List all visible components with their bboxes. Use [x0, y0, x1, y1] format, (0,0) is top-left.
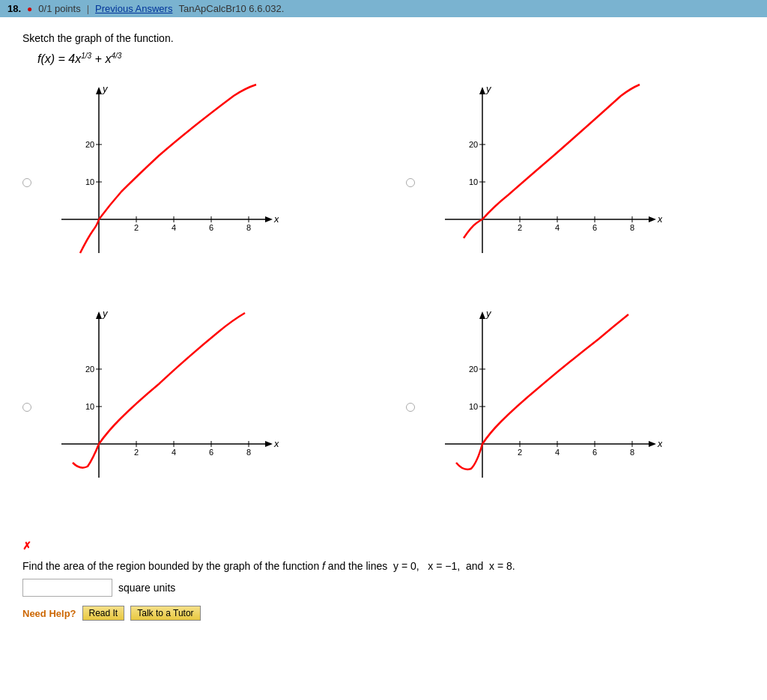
- svg-text:20: 20: [469, 140, 478, 149]
- svg-text:x: x: [273, 213, 279, 225]
- svg-text:y: y: [485, 308, 492, 319]
- graph-canvas-3: y x 10 20 2 4 6 8: [39, 305, 279, 515]
- svg-text:x: x: [657, 213, 662, 225]
- graph-option-3[interactable]: y x 10 20 2 4 6 8: [22, 305, 361, 515]
- points-display: 0/1 points: [38, 3, 80, 14]
- svg-text:10: 10: [469, 402, 478, 411]
- svg-text:8: 8: [630, 448, 634, 457]
- help-row: Need Help? Read It Talk to a Tutor: [22, 606, 745, 621]
- svg-marker-21: [649, 216, 656, 222]
- graph-option-1[interactable]: y x 10 20 2 4 6 8: [22, 81, 361, 290]
- function-formula: f(x) = 4x1/3 + x4/3: [37, 52, 745, 66]
- graph-option-2[interactable]: y x 10 20 2 4 6 8: [406, 81, 745, 290]
- svg-text:4: 4: [172, 223, 176, 232]
- svg-text:6: 6: [209, 223, 213, 232]
- svg-text:10: 10: [469, 177, 478, 186]
- svg-text:8: 8: [246, 223, 251, 232]
- svg-text:6: 6: [592, 223, 597, 232]
- svg-text:10: 10: [85, 177, 94, 186]
- separator: |: [87, 3, 89, 14]
- svg-text:20: 20: [85, 365, 94, 374]
- radio-3[interactable]: [22, 403, 31, 412]
- svg-text:2: 2: [518, 223, 522, 232]
- function-ref: f: [322, 560, 325, 572]
- read-it-button[interactable]: Read It: [82, 606, 125, 621]
- graph-canvas-4: y x 10 20 2 4 6 8: [422, 305, 662, 515]
- svg-text:2: 2: [134, 448, 139, 457]
- exp2: 4/3: [111, 52, 121, 60]
- previous-answers-link[interactable]: Previous Answers: [95, 3, 172, 14]
- svg-text:20: 20: [85, 140, 94, 149]
- exp1: 1/3: [81, 52, 91, 60]
- graph-svg-2: y x 10 20 2 4 6 8: [422, 81, 662, 290]
- svg-marker-3: [265, 216, 273, 222]
- svg-text:10: 10: [85, 402, 94, 411]
- answer-row: square units: [22, 579, 745, 597]
- problem-instruction: Sketch the graph of the function.: [22, 32, 745, 44]
- svg-marker-57: [649, 441, 656, 447]
- svg-text:6: 6: [209, 448, 213, 457]
- svg-marker-38: [96, 311, 102, 319]
- graph-svg-3: y x 10 20 2 4 6 8: [39, 305, 279, 515]
- graph-option-4[interactable]: y x 10 20 2 4 6 8: [406, 305, 745, 515]
- svg-text:y: y: [485, 83, 492, 94]
- svg-marker-56: [479, 311, 485, 319]
- svg-text:8: 8: [630, 223, 634, 232]
- svg-text:6: 6: [592, 448, 597, 457]
- svg-text:8: 8: [246, 448, 251, 457]
- svg-marker-20: [479, 87, 485, 94]
- radio-2[interactable]: [406, 178, 415, 187]
- talk-to-tutor-button[interactable]: Talk to a Tutor: [130, 606, 200, 621]
- radio-4[interactable]: [406, 403, 415, 412]
- y-equation: y = 0, x = −1, and x = 8.: [393, 560, 515, 572]
- unit-label: square units: [118, 579, 175, 596]
- svg-text:2: 2: [134, 223, 139, 232]
- svg-text:x: x: [657, 438, 662, 449]
- need-help-label: Need Help?: [22, 608, 76, 619]
- reference-code: TanApCalcBr10 6.6.032.: [178, 3, 284, 14]
- graph-canvas-1: y x 10 20 2 4 6 8: [39, 81, 279, 290]
- question-number: 18.: [7, 3, 21, 14]
- svg-text:y: y: [102, 308, 109, 319]
- answer-input[interactable]: [22, 579, 112, 597]
- area-question-section: ✗ Find the area of the region bounded by…: [22, 538, 745, 597]
- svg-text:y: y: [102, 83, 109, 94]
- graph-svg-1: y x 10 20 2 4 6 8: [39, 81, 279, 290]
- svg-text:2: 2: [518, 448, 522, 457]
- status-dot: ●: [27, 4, 32, 14]
- svg-marker-39: [265, 441, 273, 447]
- radio-1[interactable]: [22, 178, 31, 187]
- svg-text:x: x: [273, 438, 279, 449]
- area-question-text: Find the area of the region bounded by t…: [22, 558, 745, 574]
- svg-text:4: 4: [555, 448, 560, 457]
- svg-marker-2: [96, 87, 102, 94]
- incorrect-mark: ✗: [22, 540, 31, 552]
- graphs-grid: y x 10 20 2 4 6 8: [22, 81, 745, 515]
- graph-svg-4: y x 10 20 2 4 6 8: [422, 305, 662, 515]
- graph-canvas-2: y x 10 20 2 4 6 8: [422, 81, 662, 290]
- svg-text:20: 20: [469, 365, 478, 374]
- svg-text:4: 4: [555, 223, 560, 232]
- svg-text:4: 4: [172, 448, 176, 457]
